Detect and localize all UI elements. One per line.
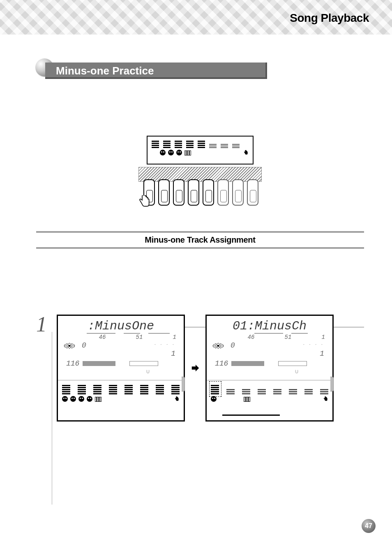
arrow-right-icon: [191, 364, 200, 373]
lcd-value: 46: [248, 334, 255, 340]
page-number: 47: [365, 522, 372, 530]
display-panel-right: 01:MinusCh . 46 51 1 0 · · · ·: [205, 315, 334, 422]
underline: [291, 333, 308, 334]
chapter-title: Song Playback: [290, 12, 369, 25]
lcd-transpose: 0: [82, 341, 86, 350]
scroll-tab: [182, 377, 185, 391]
lcd-measure: 1: [231, 350, 324, 358]
keyboard-icon: [95, 397, 101, 402]
underline: [87, 333, 115, 334]
hand-icon: [323, 396, 328, 402]
person-icon: [160, 150, 166, 155]
lcd-tempo: 116: [215, 359, 228, 368]
subsection-rule: [36, 247, 364, 249]
lcd-mid-row: 0 · · · · 1: [211, 341, 328, 358]
lcd-transpose: 0: [231, 341, 235, 350]
beat-dots: · · · ·: [303, 341, 324, 350]
person-icon: [211, 396, 217, 402]
lcd-tempo-row: 116: [211, 359, 328, 368]
lcd-value: 1: [322, 334, 325, 340]
track-button-4[interactable]: [188, 179, 199, 206]
level-bar: [83, 361, 115, 366]
step-vertical-rule: [52, 332, 52, 505]
lcd-tempo: 116: [66, 359, 79, 368]
track-icon-row: [211, 394, 328, 402]
display-panels: :MinusOne . 46 51 1 0 · · ·: [57, 315, 364, 422]
header-band: Song Playback: [0, 0, 392, 35]
hand-icon: [174, 396, 180, 402]
snap-icon: [294, 369, 300, 375]
track-button-3[interactable]: [173, 179, 184, 206]
subsection: Minus-one Track Assignment: [36, 231, 364, 249]
subsection-title: Minus-one Track Assignment: [36, 233, 364, 246]
bottom-underline: [222, 415, 280, 416]
panel-bottom: [207, 380, 332, 417]
hand-icon: [243, 150, 249, 155]
person-icon: [176, 150, 182, 155]
lcd-title-text: :MinusOne: [88, 319, 154, 333]
section-title: Minus-one Practice: [45, 63, 267, 79]
lcd-value: 46: [99, 334, 106, 340]
step-1: 1 :MinusOne . 46 51 1: [36, 315, 364, 422]
track-level-bars: [211, 383, 328, 394]
lcd-title-text: 01:MinusCh: [233, 319, 307, 333]
keyboard-icon: [184, 151, 191, 155]
page-number-badge: 47: [362, 519, 376, 533]
person-icon: [168, 150, 174, 155]
person-icon: [70, 396, 76, 402]
pointing-hand-icon: [136, 193, 152, 210]
speaker-icon: [64, 343, 75, 349]
display-panel-left: :MinusOne . 46 51 1 0 · · ·: [57, 315, 185, 422]
track-button-8[interactable]: [247, 179, 258, 206]
level-bar-outline: [278, 361, 307, 366]
underline: [254, 333, 283, 334]
lcd-value: 1: [173, 334, 176, 340]
lcd-value: 51: [285, 334, 292, 340]
selection-highlight: [209, 381, 221, 397]
page-content: Minus-one Practice: [0, 55, 392, 422]
track-buttons-row: [143, 179, 258, 206]
lcd-mid-row: 0 · · · · 1: [62, 341, 180, 358]
track-button-2[interactable]: [158, 179, 170, 206]
track-icon-row: [148, 149, 253, 157]
track-level-bars: [62, 383, 180, 394]
person-icon: [87, 396, 92, 402]
lcd-numbers-row: . 46 51 1: [211, 334, 328, 340]
track-button-6[interactable]: [217, 179, 229, 206]
lcd-track-display: [147, 136, 254, 164]
lcd-title: :MinusOne: [62, 319, 180, 333]
speaker-icon: [212, 343, 224, 349]
lcd-value: 51: [136, 334, 143, 340]
track-icon-row: [62, 394, 180, 402]
level-bar-outline: [129, 361, 158, 366]
track-buttons-illustration: [138, 136, 262, 210]
panel-bottom: [58, 380, 184, 417]
lcd-tempo-row: 116: [62, 359, 180, 368]
track-level-bars: [148, 137, 253, 149]
beat-dots: · · · ·: [154, 341, 175, 350]
lcd-title: 01:MinusCh: [211, 319, 328, 333]
level-bar: [231, 361, 264, 366]
snap-icon: [145, 369, 151, 375]
person-icon: [78, 396, 84, 402]
scroll-tab: [330, 377, 334, 391]
lcd-numbers-row: . 46 51 1: [62, 334, 180, 340]
step-number: 1: [36, 312, 47, 336]
underline: [148, 333, 170, 334]
underline: [124, 333, 140, 334]
keyboard-icon: [244, 397, 250, 402]
lcd-measure: 1: [82, 350, 175, 358]
track-button-5[interactable]: [203, 179, 214, 206]
track-button-7[interactable]: [232, 179, 244, 206]
section-bar: Minus-one Practice: [36, 55, 364, 78]
person-icon: [62, 396, 68, 402]
